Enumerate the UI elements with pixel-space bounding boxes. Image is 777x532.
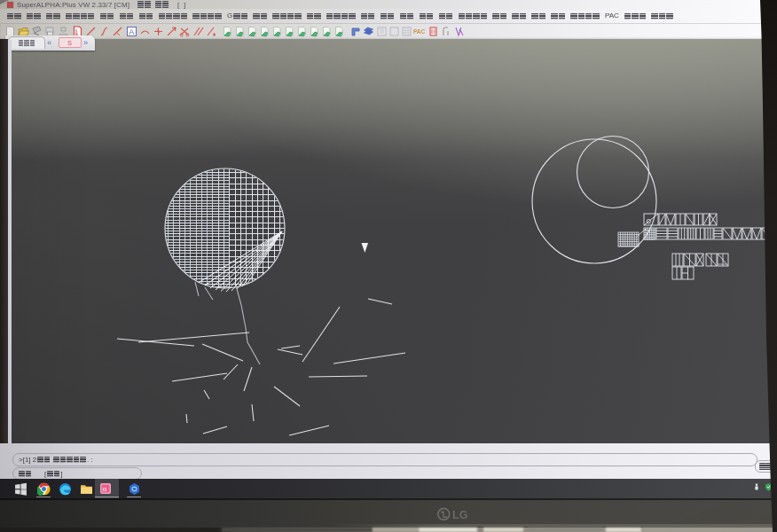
- svg-text:PAC: PAC: [413, 28, 425, 35]
- svg-text:A: A: [130, 27, 135, 36]
- svg-text:LG: LG: [452, 508, 467, 520]
- svg-text:α: α: [103, 485, 107, 493]
